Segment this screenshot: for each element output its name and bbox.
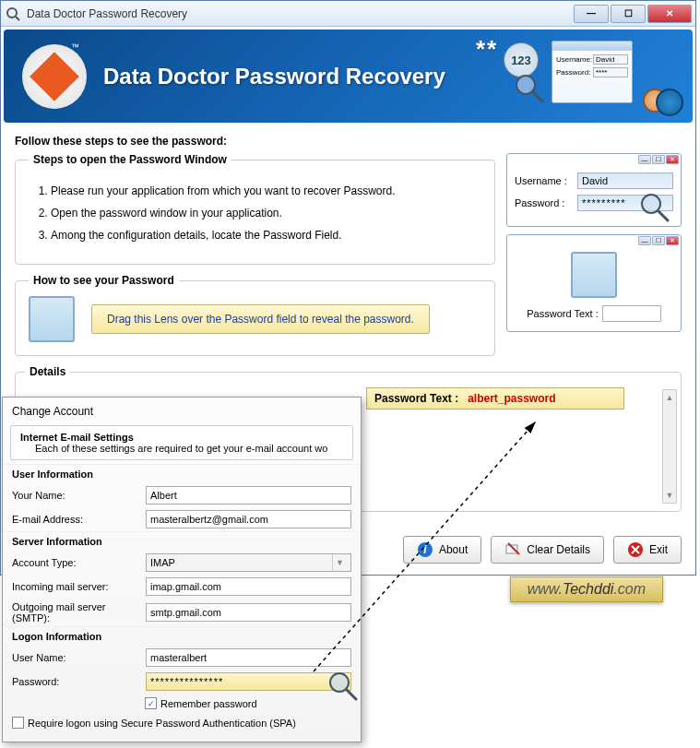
username-input[interactable]: masteralbert (146, 648, 351, 667)
result-box: Password Text : albert_password (366, 387, 624, 410)
result-value: albert_password (468, 392, 555, 405)
watermark: www.Techddi.com (510, 576, 663, 602)
mini-min-button[interactable]: — (638, 236, 651, 245)
banner-illustration: ** 123 Username:David Password:**** (531, 35, 683, 116)
password-label: Password : (515, 197, 577, 208)
account-type-label: Account Type: (12, 557, 146, 568)
account-type-select[interactable]: IMAP▼ (146, 553, 351, 572)
banner-mini-window: Username:David Password:**** (552, 41, 633, 103)
user-info-label: User Information (3, 464, 361, 483)
step-item: Open the password window in your applica… (51, 207, 481, 220)
settings-header: Internet E-mail Settings Each of these s… (11, 426, 352, 459)
drag-hint: Drag this Lens over the Password field t… (91, 304, 430, 334)
username-field: David (577, 172, 673, 189)
mini-max-button[interactable]: ☐ (652, 236, 665, 245)
step-item: Please run your application from which y… (51, 184, 481, 197)
about-button[interactable]: i About (403, 536, 481, 564)
howto-legend: How to see your Password (29, 274, 179, 287)
titlebar-text: Data Doctor Password Recovery (27, 7, 574, 20)
password-input[interactable]: *************** (146, 672, 351, 691)
magnifier-icon (638, 191, 670, 224)
username-label: Username : (515, 175, 577, 186)
password-text-label: Password Text : (527, 308, 598, 319)
mini-min-button[interactable]: — (638, 155, 651, 164)
server-info-label: Server Information (3, 531, 361, 551)
magnifier-icon (513, 72, 544, 106)
steps-list: Please run your application from which y… (29, 184, 481, 242)
remember-password-row[interactable]: ✓ Remember password (3, 694, 361, 713)
main-heading: Follow these steps to see the password: (15, 135, 682, 148)
app-icon (5, 6, 21, 22)
svg-point-0 (7, 8, 17, 18)
lens-icon (571, 252, 617, 298)
close-button[interactable] (647, 5, 692, 23)
email-label: E-mail Address: (12, 514, 146, 525)
howto-group: How to see your Password Drag this Lens … (15, 274, 495, 356)
checkbox-icon (12, 717, 24, 729)
lens-draggable[interactable] (29, 296, 75, 342)
mini-close-button[interactable]: ✕ (666, 236, 679, 245)
email-input[interactable]: masteralbertz@gmail.com (146, 510, 351, 528)
svg-line-5 (658, 211, 668, 220)
window-controls (574, 5, 692, 23)
spa-row[interactable]: Require logon using Secure Password Auth… (3, 713, 361, 732)
exit-button[interactable]: Exit (613, 536, 682, 564)
svg-line-3 (533, 92, 542, 101)
exit-icon (627, 541, 644, 558)
your-name-input[interactable]: Albert (146, 486, 351, 505)
outgoing-input[interactable]: smtp.gmail.com (146, 603, 351, 622)
clear-icon (504, 541, 521, 558)
outgoing-label: Outgoing mail server (SMTP): (12, 601, 146, 623)
steps-group: Steps to open the Password Window Please… (15, 153, 495, 265)
result-label: Password Text : (374, 392, 458, 405)
dialog-title: Change Account (3, 403, 361, 421)
mini-max-button[interactable]: ☐ (652, 155, 665, 164)
svg-line-1 (16, 17, 19, 20)
app-logo (22, 44, 87, 109)
password-text-field (602, 305, 661, 322)
example-result-window: —☐✕ Password Text : (506, 234, 682, 332)
banner-stars: ** (476, 35, 498, 64)
clear-details-button[interactable]: Clear Details (491, 536, 604, 564)
logon-info-label: Logon Information (3, 626, 361, 646)
your-name-label: Your Name: (12, 490, 146, 501)
banner-title: Data Doctor Password Recovery (103, 64, 445, 89)
svg-line-14 (347, 690, 356, 699)
minimize-button[interactable] (574, 5, 609, 23)
incoming-input[interactable]: imap.gmail.com (146, 577, 351, 596)
steps-legend: Steps to open the Password Window (29, 153, 231, 166)
step-item: Among the configuration details, locate … (51, 229, 481, 242)
info-icon: i (417, 541, 433, 558)
chevron-down-icon: ▼ (332, 554, 347, 571)
details-legend: Details (25, 365, 70, 378)
people-illustration (630, 63, 683, 116)
username-label: User Name: (12, 652, 146, 663)
magnifier-icon (326, 670, 358, 706)
details-scrollbar[interactable]: ▲▼ (662, 389, 677, 504)
example-login-window: —☐✕ Username :David Password :********* (506, 153, 682, 227)
incoming-label: Incoming mail server: (12, 581, 146, 592)
password-label: Password: (12, 676, 146, 687)
checkbox-icon: ✓ (145, 697, 157, 709)
change-account-dialog: Change Account Internet E-mail Settings … (2, 397, 362, 742)
banner: Data Doctor Password Recovery ** 123 Use… (4, 30, 693, 123)
maximize-button[interactable] (611, 5, 646, 23)
titlebar: Data Doctor Password Recovery (1, 1, 695, 27)
mini-close-button[interactable]: ✕ (666, 155, 679, 164)
